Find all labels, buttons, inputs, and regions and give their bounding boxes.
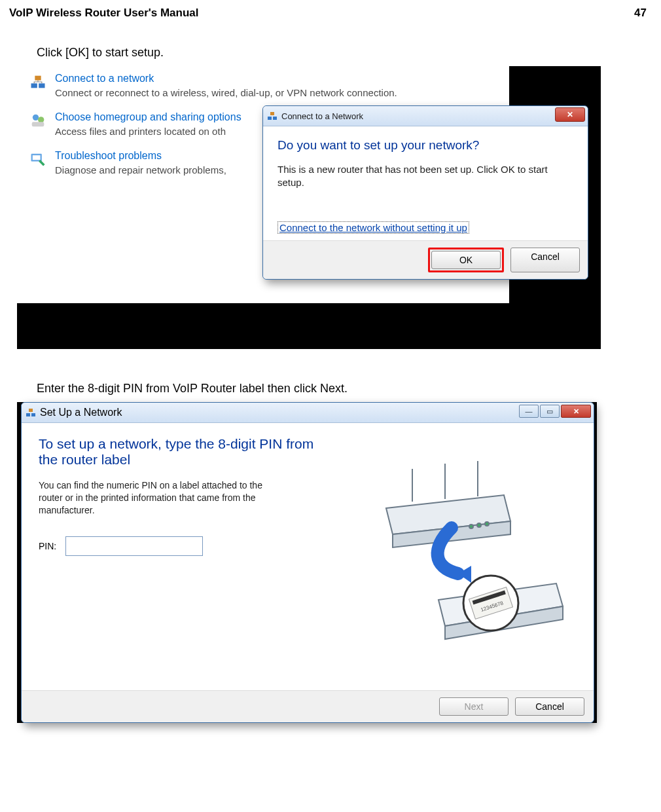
instruction-1: Click [OK] to start setup. xyxy=(37,46,647,60)
setup-dialog: Set Up a Network — ▭ ✕ To set up a netwo… xyxy=(21,402,594,723)
dialog-titlebar[interactable]: Connect to a Network ✕ xyxy=(263,106,588,126)
dialog-question: Do you want to set up your network? xyxy=(277,138,573,153)
homegroup-icon xyxy=(29,111,47,130)
ok-highlight: OK xyxy=(428,248,504,272)
svg-rect-0 xyxy=(31,83,37,88)
entry-title: Troubleshoot problems xyxy=(55,150,226,162)
svg-point-3 xyxy=(33,115,39,120)
svg-rect-7 xyxy=(33,155,41,160)
dialog-para: You can find the numeric PIN on a label … xyxy=(39,479,287,517)
close-icon[interactable]: ✕ xyxy=(561,405,591,418)
cancel-button[interactable]: Cancel xyxy=(510,248,580,272)
svg-rect-5 xyxy=(32,122,45,126)
svg-point-4 xyxy=(38,117,44,122)
dialog-titlebar[interactable]: Set Up a Network — ▭ ✕ xyxy=(22,403,594,423)
svg-rect-1 xyxy=(39,83,45,88)
screenshot-2: Set Up a Network — ▭ ✕ To set up a netwo… xyxy=(17,402,597,723)
network-icon xyxy=(29,73,47,91)
doc-title: VoIP Wireless Router User's Manual xyxy=(9,7,199,20)
entry-desc: Diagnose and repair network problems, xyxy=(55,164,226,175)
close-icon[interactable]: ✕ xyxy=(555,107,585,122)
svg-point-18 xyxy=(477,523,481,527)
connect-dialog: Connect to a Network ✕ Do you want to se… xyxy=(262,105,588,280)
entry-title: Choose homegroup and sharing options xyxy=(55,111,241,123)
dialog-title: Set Up a Network xyxy=(40,407,122,418)
svg-rect-13 xyxy=(29,409,33,412)
minimize-icon[interactable]: — xyxy=(519,405,539,418)
troubleshoot-icon xyxy=(29,150,47,168)
router-illustration: 12345678 xyxy=(340,436,577,685)
instruction-2: Enter the 8-digit PIN from VoIP Router l… xyxy=(37,382,647,396)
dialog-heading: To set up a network, type the 8-digit PI… xyxy=(39,436,327,468)
svg-point-17 xyxy=(469,525,473,528)
next-button[interactable]: Next xyxy=(439,697,509,716)
entry-title: Connect to a network xyxy=(55,73,397,84)
pin-input[interactable] xyxy=(65,536,203,556)
page-number: 47 xyxy=(634,7,647,20)
dialog-body-text: This is a new router that has not been s… xyxy=(277,163,573,190)
entry-desc: Access files and printers located on oth xyxy=(55,126,241,137)
dialog-icon xyxy=(26,407,36,418)
entry-desc: Connect or reconnect to a wireless, wire… xyxy=(55,87,397,98)
connect-without-setup-link[interactable]: Connect to the network without setting i… xyxy=(277,221,469,234)
ok-button[interactable]: OK xyxy=(431,251,501,269)
svg-rect-10 xyxy=(270,112,274,115)
maximize-icon[interactable]: ▭ xyxy=(540,405,560,418)
svg-point-19 xyxy=(485,522,489,526)
svg-rect-8 xyxy=(268,117,272,120)
cancel-button[interactable]: Cancel xyxy=(515,697,584,716)
pin-label: PIN: xyxy=(39,541,56,551)
entry-connect[interactable]: Connect to a network Connect or reconnec… xyxy=(17,66,509,105)
dialog-icon xyxy=(267,111,277,121)
dialog-title: Connect to a Network xyxy=(281,111,363,121)
screenshot-1: Connect to a network Connect or reconnec… xyxy=(17,66,601,349)
svg-rect-12 xyxy=(31,413,35,416)
svg-rect-2 xyxy=(35,76,41,81)
svg-rect-11 xyxy=(26,413,30,416)
svg-rect-9 xyxy=(273,117,277,120)
